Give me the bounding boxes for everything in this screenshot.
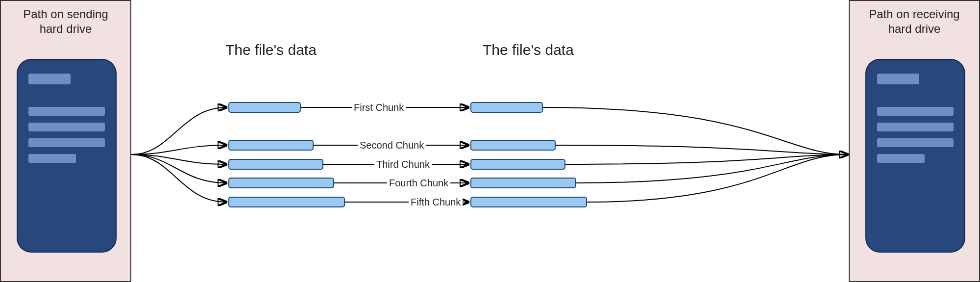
panel-receiving-title-line1: Path on receiving	[869, 7, 959, 21]
drive-row	[28, 154, 76, 163]
chunk-left-4	[228, 178, 334, 188]
panel-sending-drive: Path on sending hard drive	[0, 0, 131, 282]
drive-row	[877, 138, 954, 147]
panel-sending-title-line2: hard drive	[40, 22, 92, 35]
chunk-label-2: Second Chunk	[358, 140, 426, 151]
chunk-left-1	[228, 102, 301, 113]
chunk-right-4	[470, 178, 576, 188]
chunk-right-3	[470, 159, 565, 170]
drive-row	[28, 74, 71, 84]
drive-row	[28, 123, 105, 131]
panel-receiving-title-line2: hard drive	[888, 22, 941, 35]
chunk-right-1	[470, 102, 543, 113]
heading-right-file-data: The file's data	[483, 42, 574, 58]
drive-row	[28, 107, 105, 116]
chunk-label-3: Third Chunk	[374, 159, 432, 170]
drive-card-receiving	[865, 59, 965, 253]
chunk-right-2	[470, 140, 556, 151]
drive-row	[877, 123, 954, 131]
panel-sending-title-line1: Path on sending	[23, 7, 108, 21]
drive-card-sending	[17, 59, 117, 253]
drive-row	[877, 74, 919, 84]
panel-sending-title: Path on sending hard drive	[1, 7, 130, 36]
chunk-left-5	[228, 197, 345, 207]
drive-row	[877, 107, 954, 116]
drive-row	[28, 138, 105, 147]
chunk-right-5	[470, 197, 587, 207]
chunk-left-3	[228, 159, 323, 170]
panel-receiving-title: Path on receiving hard drive	[850, 7, 979, 36]
chunk-label-1: First Chunk	[352, 102, 406, 113]
chunk-label-4: Fourth Chunk	[387, 178, 450, 189]
heading-left-file-data: The file's data	[225, 42, 317, 58]
chunk-label-5: Fifth Chunk	[409, 197, 463, 208]
drive-row	[877, 154, 925, 163]
chunk-left-2	[228, 140, 314, 151]
diagram-stage: Path on sending hard drive Path on recei…	[0, 0, 980, 282]
panel-receiving-drive: Path on receiving hard drive	[849, 0, 980, 282]
